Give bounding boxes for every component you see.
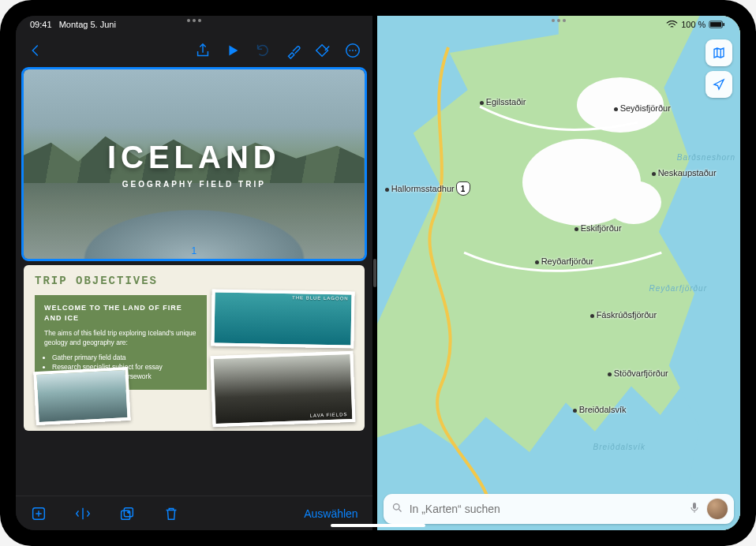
animate-icon[interactable] xyxy=(314,42,331,59)
undo-icon[interactable] xyxy=(254,42,271,59)
sea-label: Breiðdalsvík xyxy=(593,443,646,451)
split-icon[interactable] xyxy=(74,505,92,522)
slide-2[interactable]: TRIP OBJECTIVES WELCOME TO THE LAND OF F… xyxy=(24,265,365,431)
play-icon[interactable] xyxy=(224,42,241,59)
svg-rect-13 xyxy=(693,503,696,509)
format-brush-icon[interactable] xyxy=(284,42,301,59)
svg-point-6 xyxy=(352,50,354,51)
city-label[interactable] xyxy=(574,227,578,231)
route-line xyxy=(377,16,740,530)
slide2-photos: THE BLUE LAGOON LAVA FIELDS xyxy=(211,290,354,424)
more-icon[interactable] xyxy=(344,42,361,59)
slide2-heading: TRIP OBJECTIVES xyxy=(35,275,354,287)
map-search-input[interactable] xyxy=(410,503,682,515)
city-label[interactable] xyxy=(652,172,656,176)
city-label[interactable] xyxy=(535,260,539,264)
route-shield: 1 xyxy=(456,181,470,196)
map-mode-button[interactable] xyxy=(705,39,732,66)
keynote-bottom-toolbar: Auswählen xyxy=(16,496,372,530)
keynote-toolbar xyxy=(16,35,372,66)
city-label[interactable] xyxy=(590,314,594,318)
city-label[interactable] xyxy=(608,372,612,376)
svg-point-11 xyxy=(393,504,399,510)
svg-marker-3 xyxy=(229,46,238,56)
slide2-welcome: WELCOME TO THE LAND OF FIRE AND ICE xyxy=(44,303,197,323)
keynote-pane: ICELAND GEOGRAPHY FIELD TRIP 1 TRIP OBJE… xyxy=(16,16,372,530)
photo-blue-lagoon: THE BLUE LAGOON xyxy=(211,289,356,348)
sea-label: Reyðarfjörður xyxy=(649,284,707,293)
slide1-title: ICELAND xyxy=(107,140,281,175)
back-button[interactable] xyxy=(27,42,44,59)
slide2-bullet: Gather primary field data xyxy=(52,353,197,362)
photo-caption: THE BLUE LAGOON xyxy=(292,295,349,301)
slide1-subtitle: GEOGRAPHY FIELD TRIP xyxy=(122,180,266,189)
photo-lava-fields: LAVA FIELDS xyxy=(211,351,356,427)
locate-me-button[interactable] xyxy=(705,71,732,98)
multitask-pill-left[interactable] xyxy=(187,19,201,22)
city-label[interactable] xyxy=(573,409,577,413)
home-indicator[interactable] xyxy=(331,524,425,527)
map-canvas[interactable]: 1 Barðsneshorn Reyðarfjörður Breiðdalsví… xyxy=(377,16,740,530)
map-search-bar[interactable] xyxy=(384,494,734,524)
slide1-number: 1 xyxy=(186,245,201,256)
photo-caption: LAVA FIELDS xyxy=(310,412,348,418)
select-button[interactable]: Auswählen xyxy=(304,507,358,520)
search-icon xyxy=(391,502,403,516)
share-icon[interactable] xyxy=(194,42,211,59)
duplicate-icon[interactable] xyxy=(118,505,136,522)
profile-avatar[interactable] xyxy=(707,499,728,519)
svg-point-5 xyxy=(349,50,350,51)
slide-1[interactable]: ICELAND GEOGRAPHY FIELD TRIP 1 xyxy=(24,69,365,259)
sea-label: Barðsneshorn xyxy=(677,153,735,162)
add-slide-icon[interactable] xyxy=(30,505,47,522)
svg-line-12 xyxy=(399,509,401,511)
dictate-icon[interactable] xyxy=(688,501,701,517)
svg-point-7 xyxy=(354,50,356,51)
city-label[interactable] xyxy=(614,107,618,111)
city-label[interactable] xyxy=(480,101,484,105)
slide-navigator[interactable]: ICELAND GEOGRAPHY FIELD TRIP 1 TRIP OBJE… xyxy=(16,66,372,496)
multitask-pill-right[interactable] xyxy=(552,19,566,22)
photo-geothermal xyxy=(33,367,130,425)
city-label[interactable] xyxy=(385,188,389,192)
slide2-intro: The aims of this field trip exploring Ic… xyxy=(44,328,197,348)
maps-pane: 1 Barðsneshorn Reyðarfjörður Breiðdalsví… xyxy=(377,16,740,530)
delete-icon[interactable] xyxy=(163,505,180,522)
